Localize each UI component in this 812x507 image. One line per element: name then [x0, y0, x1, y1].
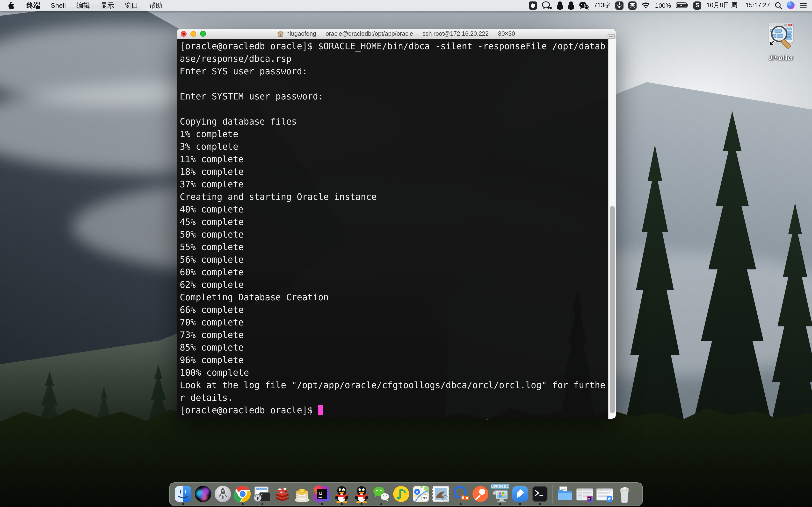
terminal-line: Look at the log file "/opt/app/oracle/cf… — [180, 379, 608, 392]
menu-shell[interactable]: Shell — [45, 0, 71, 11]
terminal-line: Completing Database Creation — [180, 291, 608, 304]
dock-wechat[interactable] — [371, 483, 391, 506]
intellij-icon: IJ — [312, 484, 331, 504]
tim-menubar-icon[interactable] — [568, 1, 574, 9]
qq-music-icon — [391, 484, 411, 504]
minimized-intellij-window-icon: IJ — [575, 484, 594, 504]
postman-icon — [470, 484, 490, 504]
tim-qq-icon — [352, 484, 371, 504]
dock-minimized-window-notes[interactable] — [595, 483, 614, 506]
terminal-line: Enter SYSTEM user password: — [180, 90, 608, 103]
terminal-output: [oracle@oracledb oracle]$ $ORACLE_HOME/b… — [180, 40, 608, 404]
terminal-line: 40% complete — [180, 203, 608, 216]
window-title: niugaofeng — oracle@oracledb:/opt/app/or… — [206, 29, 587, 39]
menu-help[interactable]: 帮助 — [144, 0, 168, 11]
terminal-line: 96% complete — [180, 354, 608, 367]
minimize-button[interactable] — [191, 31, 196, 37]
terminal-line: 45% complete — [180, 216, 608, 228]
wechat-icon — [371, 484, 391, 504]
terminal-scrollbar-thumb[interactable] — [610, 206, 615, 413]
chat-bubble-menubar-icon[interactable] — [542, 1, 552, 9]
sogou-input-icon[interactable]: S — [693, 1, 702, 9]
menu-view[interactable]: 显示 — [95, 0, 119, 11]
dock-redis[interactable] — [272, 483, 292, 506]
terminal-line: Enter SYS user password: — [180, 65, 608, 78]
terminal-line: 70% complete — [180, 316, 608, 329]
jprofiler-label: JProfiler — [762, 55, 800, 61]
dock-mail[interactable] — [430, 483, 451, 506]
terminal-line: 73% complete — [180, 329, 608, 341]
dock-windows-remote-desktop[interactable]: 172.16.20.188 — [490, 483, 510, 506]
zoom-button[interactable] — [200, 31, 206, 37]
input-method-icon[interactable]: 英 — [628, 1, 637, 9]
chrome-icon — [233, 484, 252, 504]
dock-launchpad[interactable] — [213, 483, 233, 506]
terminal-titlebar[interactable]: niugaofeng — oracle@oracledb:/opt/app/or… — [177, 29, 616, 39]
terminal-line: 100% complete — [180, 367, 608, 379]
terminal-line: 55% complete — [180, 241, 608, 253]
svg-text:3D: 3D — [423, 497, 427, 500]
menu-edit[interactable]: 编辑 — [71, 0, 95, 11]
jprofiler-shortcut[interactable]: JProfiler — [762, 21, 800, 61]
mail-stamp-icon — [431, 484, 450, 504]
battery-charging-icon[interactable] — [676, 2, 689, 8]
dock-finder[interactable] — [173, 483, 193, 506]
wechat-menubar-icon[interactable] — [579, 1, 589, 9]
siri-menubar-icon[interactable] — [787, 1, 795, 9]
dock-notes-app[interactable] — [510, 483, 530, 506]
dock-qq-music[interactable] — [391, 483, 411, 506]
spotlight-search-icon[interactable] — [775, 2, 782, 9]
home-folder-icon — [278, 31, 284, 37]
terminal-line: 37% complete — [180, 178, 608, 191]
voice-input-icon[interactable] — [615, 1, 623, 9]
wifi-icon[interactable] — [642, 2, 650, 8]
notification-center-icon[interactable] — [800, 2, 807, 8]
windows-remote-desktop-icon: 172.16.20.188 — [490, 484, 510, 504]
battery-percent[interactable]: 100% — [655, 2, 671, 9]
dock-chrome[interactable] — [233, 483, 252, 506]
apple-icon — [8, 1, 14, 9]
svg-text:IJ: IJ — [588, 498, 590, 500]
dock-maps[interactable]: 3D — [411, 483, 430, 506]
dock-intellij[interactable]: IJ — [312, 483, 332, 506]
terminal-line: [oracle@oracledb oracle]$ $ORACLE_HOME/b… — [180, 40, 608, 53]
dock: IJ 3D 172.16.20.188 IJ — [169, 483, 643, 506]
dock-postman[interactable] — [470, 483, 490, 506]
word-count-status[interactable]: 713字 — [594, 1, 610, 10]
scrollbar-marks-widget[interactable] — [608, 34, 615, 39]
dock-tim[interactable] — [351, 483, 371, 506]
terminal-line: 66% complete — [180, 304, 608, 316]
remote-desktop-ip-label: 172.16.20.188 — [490, 485, 510, 488]
minimized-notes-window-icon — [595, 484, 614, 504]
dock-terminal[interactable] — [530, 483, 550, 506]
dock-qq[interactable] — [332, 483, 351, 506]
dock-siri[interactable] — [193, 483, 213, 506]
qq-menubar-icon[interactable] — [557, 1, 563, 9]
apple-menu[interactable] — [0, 0, 21, 11]
dock-sequel-pro[interactable] — [292, 483, 312, 506]
terminal-line: 60% complete — [180, 266, 608, 279]
terminal-line: r details. — [180, 392, 608, 404]
terminal-line: ase/response/dbca.rsp — [180, 53, 608, 65]
dock-trash[interactable] — [614, 483, 634, 506]
dock-downloads-folder[interactable] — [555, 483, 575, 506]
close-button[interactable] — [181, 31, 187, 37]
dock-secure-remote-terminal[interactable] — [252, 483, 272, 506]
dock-minimized-window-intellij[interactable]: IJ — [575, 483, 595, 506]
terminal-line: 11% complete — [180, 153, 608, 166]
terminal-body[interactable]: [oracle@oracledb oracle]$ $ORACLE_HOME/b… — [177, 39, 616, 418]
terminal-line: 3% complete — [180, 140, 608, 153]
secure-terminal-icon — [253, 484, 272, 504]
launchpad-icon — [213, 484, 232, 504]
menubar-clock[interactable]: 10月8日 周二 15:17:27 — [706, 1, 770, 10]
qq-icon — [332, 484, 351, 504]
terminal-scrollbar[interactable] — [608, 39, 616, 418]
finder-icon — [173, 484, 193, 504]
notes-app-menubar-icon[interactable] — [528, 1, 537, 9]
sequel-pro-pancakes-icon — [292, 484, 311, 504]
terminal-line: 18% complete — [180, 166, 608, 178]
menu-terminal[interactable]: 终端 — [21, 0, 45, 11]
terminal-cursor — [318, 405, 323, 415]
menu-window[interactable]: 窗口 — [119, 0, 144, 11]
dock-blue-chat[interactable] — [451, 483, 470, 506]
